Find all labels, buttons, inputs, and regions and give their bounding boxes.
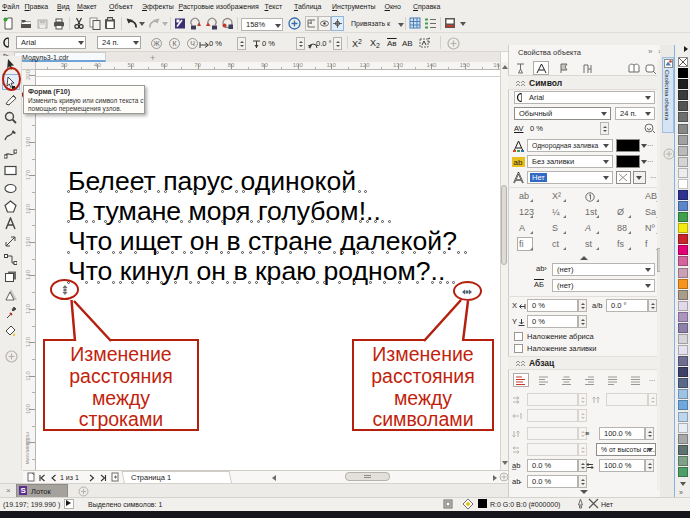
svg-text:ab: ab [514, 158, 523, 167]
